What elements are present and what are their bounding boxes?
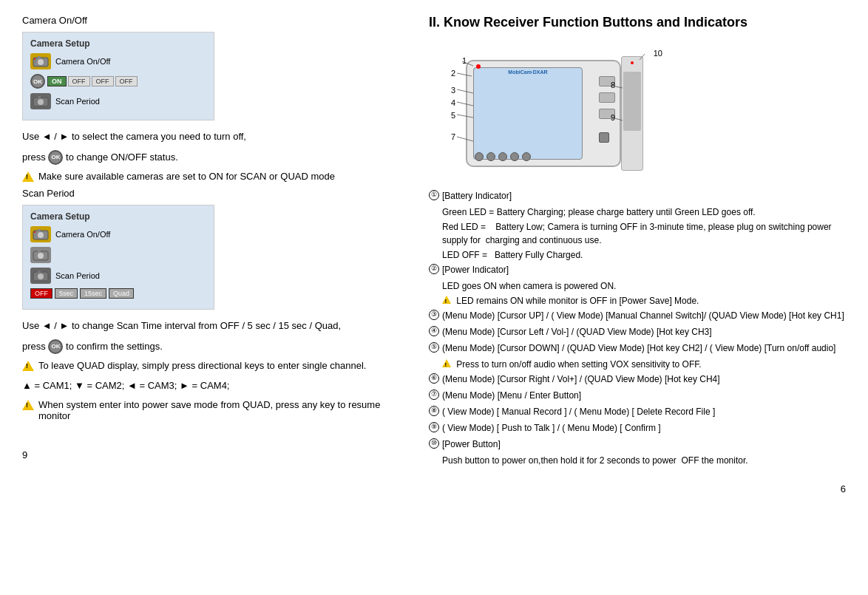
svg-point-3 (34, 58, 35, 60)
device-body: MobiCam·DXAR (466, 60, 621, 167)
camera-onoff-label: Camera On/Off (55, 57, 110, 66)
indicator-10: ⑩ [Power Button] (429, 438, 846, 451)
label-9: 9 (611, 113, 615, 122)
camera-setup-header-1: Camera Setup (30, 38, 206, 49)
circle-10: ⑩ (429, 438, 439, 449)
svg-point-1 (38, 59, 44, 65)
desc2a: Use ◄ / ► to change Scan Time interval f… (22, 319, 399, 333)
warning-tri-2 (442, 296, 451, 304)
label-2: 2 (451, 69, 455, 78)
svg-rect-13 (38, 250, 41, 252)
svg-point-12 (38, 253, 44, 259)
warning1-text: Make sure available cameras are set to O… (38, 171, 335, 182)
btn-5sec[interactable]: 5sec (55, 288, 78, 299)
indicator-1-sub3: LED OFF = Battery Fully Charged. (429, 248, 846, 262)
warning3-text: When system enter into power save mode f… (38, 399, 399, 421)
led-indicator (476, 64, 481, 69)
receiver-diagram: MobiCam·DXAR (429, 45, 846, 174)
indicator-5-warning: Press to turn on/off audio when setting … (429, 358, 846, 371)
indicator-list: ① [Battery Indicator] Green LED = Batter… (429, 189, 846, 467)
warning2-row: To leave QUAD display, simply press dire… (22, 360, 399, 371)
label-8: 8 (611, 81, 615, 89)
circle-7: ⑦ (429, 390, 439, 400)
indicator-2-sub1: LED goes ON when camera is powered ON. (429, 279, 846, 293)
scan-buttons: OFF 5sec 15sec Quad (30, 288, 134, 299)
camera-icon-2 (30, 93, 51, 109)
btn-off2-1[interactable]: OFF (92, 76, 114, 86)
warning1-row: Make sure available cameras are set to O… (22, 171, 399, 182)
desc1bc: press OK to change ON/OFF status. (22, 150, 399, 166)
ok-button-1[interactable]: OK (30, 74, 45, 89)
warning-triangle-2 (22, 361, 34, 371)
indicator-8: ⑧ ( View Mode) [ Manual Record ] / ( Men… (429, 405, 846, 418)
dot-btn-4 (510, 152, 519, 161)
side-led (631, 61, 634, 64)
scan-period-label-1: Scan Period (55, 97, 100, 106)
btn-off1-1[interactable]: OFF (68, 76, 90, 86)
label-7: 7 (451, 132, 455, 141)
warning2-text: To leave QUAD display, simply press dire… (38, 360, 366, 371)
label-3: 3 (451, 86, 455, 95)
brand-label: MobiCam·DXAR (508, 69, 547, 75)
scan-period-label-2: Scan Period (55, 271, 100, 280)
svg-point-8 (38, 232, 44, 238)
btn-quad[interactable]: Quad (109, 288, 134, 299)
indicator-2-warning: LED remains ON while monitor is OFF in [… (429, 294, 846, 307)
bottom-buttons (475, 152, 531, 161)
label-1: 1 (462, 56, 467, 65)
camera-icon-3 (30, 226, 51, 242)
dot-btn-5 (522, 152, 531, 161)
scan-period-row-2: Scan Period (30, 268, 206, 284)
camera-onoff-label-2: Camera On/Off (55, 230, 110, 239)
svg-point-10 (34, 231, 35, 233)
desc1a: Use ◄ / ► to select the camera you need … (22, 129, 399, 144)
btn-off-scan[interactable]: OFF (30, 288, 52, 299)
btn-off3-1[interactable]: OFF (115, 76, 138, 86)
btn-15sec[interactable]: 15sec (80, 288, 106, 299)
warning3-row: When system enter into power save mode f… (22, 399, 399, 421)
indicator-7: ⑦ (Menu Mode) [Menu / Enter Button] (429, 389, 846, 402)
indicator-8-label: ( View Mode) [ Manual Record ] / ( Menu … (442, 405, 715, 418)
dot-btn-2 (486, 152, 495, 161)
diagram-wrapper: MobiCam·DXAR (429, 45, 665, 174)
desc2bc: press OK to confirm the settings. (22, 339, 399, 355)
label-4: 4 (451, 98, 455, 107)
circle-8: ⑧ (429, 406, 439, 416)
indicator-2-label: [Power Indicator] (442, 263, 509, 276)
dot-btn-3 (498, 152, 507, 161)
indicator-3: ③ (Menu Mode) [Cursor UP] / ( View Mode)… (429, 309, 846, 322)
page-number-right: 6 (429, 469, 846, 494)
warning-triangle-1 (22, 171, 34, 182)
toggle-buttons-1: ON OFF OFF OFF (47, 76, 138, 86)
btn-on-1[interactable]: ON (47, 76, 67, 86)
svg-rect-9 (38, 229, 41, 231)
camera-icon-5 (30, 268, 51, 284)
svg-point-15 (38, 273, 44, 279)
toggle-row: OK ON OFF OFF OFF (30, 74, 206, 89)
camera-setup-header-2: Camera Setup (30, 211, 206, 222)
svg-point-5 (38, 99, 44, 105)
warning-tri-5 (442, 359, 451, 367)
indicator-1: ① [Battery Indicator] (429, 189, 846, 203)
section-heading: II. Know Receiver Function Buttons and I… (429, 15, 846, 30)
camera-setup-box-1: Camera Setup Camera On/Off OK ON OFF (22, 32, 214, 120)
camera-icon-4 (30, 247, 51, 263)
svg-rect-2 (38, 56, 41, 58)
side-strip (623, 72, 641, 131)
indicator-10-label: [Power Button] (442, 438, 501, 451)
camera-icon-1 (30, 53, 51, 69)
left-column: Camera On/Off Camera Setup Camera On/Off… (22, 15, 421, 580)
camera-setup-box-2: Camera Setup Camera On/Off (22, 205, 214, 310)
label-5: 5 (451, 111, 455, 120)
circle-9: ⑨ (429, 422, 439, 432)
indicator-1-label: [Battery Indicator] (442, 189, 512, 203)
scan-buttons-row: OFF 5sec 15sec Quad (30, 288, 206, 299)
indicator-6: ⑥ (Menu Mode) [Cursor Right / Vol+] / (Q… (429, 373, 846, 386)
circle-6: ⑥ (429, 373, 439, 384)
circle-5: ⑤ (429, 342, 439, 353)
warning-triangle-3 (22, 400, 34, 410)
section1-title: Camera On/Off (22, 15, 399, 26)
device-screen: MobiCam·DXAR (473, 67, 583, 160)
svg-rect-6 (38, 96, 41, 98)
camera-onoff-row: Camera On/Off (30, 53, 206, 69)
